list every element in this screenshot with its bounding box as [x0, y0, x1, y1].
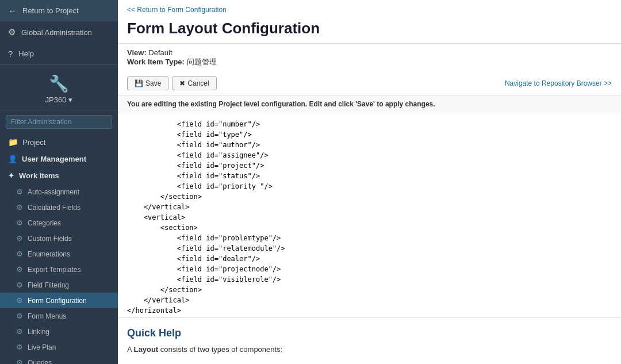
sidebar-item-project[interactable]: 📁 Project: [0, 133, 118, 151]
meta-section: View: Default Work Item Type: 问题管理: [118, 44, 621, 72]
sidebar-sub-form-menus[interactable]: ⚙ Form Menus: [0, 308, 118, 324]
custom-icon: ⚙: [16, 234, 23, 243]
sidebar-sub-enumerations[interactable]: ⚙ Enumerations: [0, 246, 118, 262]
sidebar-sub-calculated-fields[interactable]: ⚙ Calculated Fields: [0, 200, 118, 215]
logo-area: 🔧 JP360 ▾: [0, 64, 118, 110]
navigate-repo-link[interactable]: Navigate to Repository Browser >>: [505, 79, 612, 87]
global-administration[interactable]: ⚙ Global Administration: [0, 21, 118, 43]
form-icon: ⚙: [16, 296, 23, 305]
sidebar-sub-field-filtering[interactable]: ⚙ Field Filtering: [0, 277, 118, 293]
save-icon: 💾: [135, 79, 143, 87]
link-icon: ⚙: [16, 327, 23, 336]
query-icon: ⚙: [16, 358, 23, 364]
xml-editor[interactable]: <field id="number"/> <field id="type"/> …: [118, 113, 621, 318]
quick-help-text: A Layout consists of two types of compon…: [127, 344, 612, 355]
sidebar-item-user-management[interactable]: 👤 User Management: [0, 151, 118, 167]
plan-icon: ⚙: [16, 343, 23, 351]
page-title: Form Layout Configuration: [118, 16, 621, 44]
help[interactable]: ? Help: [0, 43, 118, 64]
cancel-button[interactable]: ✖ Cancel: [172, 76, 216, 90]
xml-content[interactable]: <field id="number"/> <field id="type"/> …: [127, 119, 612, 318]
sidebar-sub-queries[interactable]: ⚙ Queries: [0, 355, 118, 364]
logo-label[interactable]: JP360 ▾: [45, 95, 73, 104]
save-button[interactable]: 💾 Save: [127, 76, 168, 90]
cancel-icon: ✖: [179, 79, 185, 87]
export-icon: ⚙: [16, 265, 23, 274]
main-content: << Return to Form Configuration Form Lay…: [118, 0, 621, 364]
wrench-icon: 🔧: [49, 74, 69, 93]
sidebar-sub-custom-fields[interactable]: ⚙ Custom Fields: [0, 231, 118, 246]
quick-help-section: Quick Help A Layout consists of two type…: [118, 318, 621, 365]
sidebar-sub-form-configuration[interactable]: ⚙ Form Configuration: [0, 293, 118, 308]
sidebar-sub-categories[interactable]: ⚙ Categories: [0, 215, 118, 231]
cat-icon: ⚙: [16, 219, 23, 227]
sidebar: ← Return to Project ⚙ Global Administrat…: [0, 0, 118, 364]
sidebar-sub-linking[interactable]: ⚙ Linking: [0, 324, 118, 339]
folder-icon: 📁: [8, 137, 18, 147]
toolbar: 💾 Save ✖ Cancel Navigate to Repository B…: [118, 72, 621, 95]
sidebar-item-work-items[interactable]: ✦ Work Items: [0, 167, 118, 184]
quick-help-title: Quick Help: [127, 327, 612, 339]
return-to-project[interactable]: ← Return to Project: [0, 0, 118, 21]
toolbar-left: 💾 Save ✖ Cancel: [127, 76, 217, 90]
filter-icon: ⚙: [16, 281, 23, 289]
back-icon: ←: [8, 6, 17, 16]
info-bar: You are editing the existing Project lev…: [118, 95, 621, 113]
puzzle-icon: ✦: [8, 171, 14, 180]
sidebar-sub-auto-assignment[interactable]: ⚙ Auto-assignment: [0, 184, 118, 200]
admin-icon: ⚙: [8, 27, 16, 37]
calc-icon: ⚙: [16, 203, 23, 212]
enum-icon: ⚙: [16, 250, 23, 258]
users-icon: 👤: [8, 155, 17, 163]
gear-icon: ⚙: [16, 187, 23, 196]
menu-icon: ⚙: [16, 312, 23, 320]
sidebar-sub-live-plan[interactable]: ⚙ Live Plan: [0, 339, 118, 355]
sidebar-sub-export-templates[interactable]: ⚙ Export Templates: [0, 262, 118, 277]
breadcrumb[interactable]: << Return to Form Configuration: [118, 0, 621, 16]
help-icon: ?: [8, 49, 13, 59]
filter-input[interactable]: [6, 115, 112, 129]
